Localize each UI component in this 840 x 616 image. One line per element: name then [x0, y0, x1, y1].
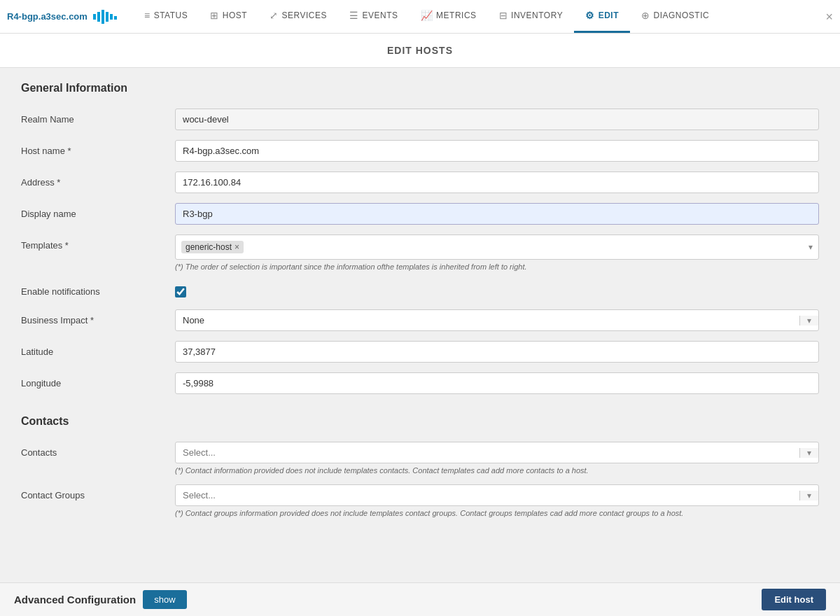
svg-rect-3 — [106, 12, 108, 22]
templates-dropdown-arrow[interactable]: ▾ — [808, 242, 813, 252]
template-tag-close[interactable]: × — [234, 242, 239, 252]
tab-services[interactable]: ⤢ SERVICES — [258, 0, 338, 33]
templates-select[interactable]: generic-host × ▾ — [175, 234, 819, 260]
contacts-input[interactable] — [176, 442, 799, 463]
business-impact-select[interactable]: None Low Medium High Critical — [176, 310, 799, 330]
page-header-text: EDIT HOSTS — [387, 45, 453, 56]
contacts-section: Contacts Contacts ▾ (*) Contact informat… — [21, 415, 819, 517]
diagnostic-icon: ⊕ — [641, 10, 650, 21]
template-tag-generic-host: generic-host × — [181, 241, 244, 253]
metrics-icon: 📈 — [421, 10, 433, 21]
host-name-input[interactable] — [175, 140, 819, 162]
cisco-logo — [93, 10, 118, 24]
address-control — [175, 172, 819, 193]
latitude-label: Latitude — [21, 341, 175, 357]
business-impact-select-wrap: None Low Medium High Critical ▾ — [175, 309, 819, 331]
business-impact-control: None Low Medium High Critical ▾ — [175, 309, 819, 331]
tab-status[interactable]: ≡ STATUS — [133, 0, 199, 33]
general-info-section: General Information Realm Name Host name… — [21, 82, 819, 394]
contact-groups-caret[interactable]: ▾ — [799, 491, 818, 500]
svg-rect-5 — [114, 16, 117, 20]
svg-rect-4 — [110, 14, 113, 20]
page-header: EDIT HOSTS — [0, 34, 840, 68]
svg-rect-1 — [97, 12, 100, 22]
contacts-row: Contacts ▾ (*) Contact information provi… — [21, 442, 819, 475]
contacts-note: (*) Contact information provided does no… — [175, 466, 819, 475]
templates-note: (*) The order of selection is important … — [175, 262, 819, 271]
close-button[interactable]: × — [825, 10, 833, 23]
status-icon: ≡ — [144, 10, 150, 21]
business-impact-label: Business Impact * — [21, 309, 175, 326]
enable-notifications-row: Enable notifications — [21, 281, 819, 300]
contact-groups-select-wrap: ▾ — [175, 484, 819, 506]
edit-icon: ⚙ — [585, 10, 595, 21]
tab-diagnostic[interactable]: ⊕ DIAGNOSTIC — [630, 0, 720, 33]
contact-groups-label: Contact Groups — [21, 484, 175, 500]
display-name-input[interactable] — [175, 203, 819, 225]
realm-name-label: Realm Name — [21, 108, 175, 125]
main-content: General Information Realm Name Host name… — [0, 68, 840, 615]
latitude-control — [175, 341, 819, 363]
templates-control: generic-host × ▾ (*) The order of select… — [175, 234, 819, 271]
contact-groups-row: Contact Groups ▾ (*) Contact groups info… — [21, 484, 819, 517]
app-title: R4-bgp.a3sec.com — [7, 11, 88, 22]
address-label: Address * — [21, 172, 175, 188]
contacts-title: Contacts — [21, 415, 819, 428]
tab-host[interactable]: ⊞ HOST — [199, 0, 258, 33]
contacts-caret[interactable]: ▾ — [799, 448, 818, 458]
contacts-control: ▾ (*) Contact information provided does … — [175, 442, 819, 475]
advanced-config-section: Advanced Configuration show — [14, 590, 187, 609]
host-name-label: Host name * — [21, 140, 175, 156]
logo-area: R4-bgp.a3sec.com — [7, 10, 133, 24]
inventory-icon: ⊟ — [499, 10, 508, 21]
show-button[interactable]: show — [143, 590, 186, 609]
longitude-input[interactable] — [175, 372, 819, 394]
realm-name-row: Realm Name — [21, 108, 819, 130]
svg-rect-0 — [93, 14, 96, 20]
display-name-control — [175, 203, 819, 225]
svg-rect-2 — [102, 10, 104, 24]
nav-tabs: ≡ STATUS ⊞ HOST ⤢ SERVICES ☰ EVENTS 📈 ME… — [133, 0, 833, 33]
longitude-control — [175, 372, 819, 394]
cisco-icon — [93, 10, 118, 24]
enable-notifications-checkbox[interactable] — [175, 286, 186, 298]
host-name-row: Host name * — [21, 140, 819, 162]
edit-host-button[interactable]: Edit host — [762, 589, 826, 610]
longitude-row: Longitude — [21, 372, 819, 394]
tab-inventory[interactable]: ⊟ INVENTORY — [488, 0, 575, 33]
display-name-label: Display name — [21, 203, 175, 219]
contact-groups-note: (*) Contact groups information provided … — [175, 509, 819, 517]
tab-edit[interactable]: ⚙ EDIT — [574, 0, 630, 33]
realm-name-control — [175, 108, 819, 130]
tab-events[interactable]: ☰ EVENTS — [338, 0, 410, 33]
top-bar: R4-bgp.a3sec.com ≡ STATUS ⊞ HOST ⤢ SERVI… — [0, 0, 840, 34]
address-row: Address * — [21, 172, 819, 193]
host-name-control — [175, 140, 819, 162]
latitude-row: Latitude — [21, 341, 819, 363]
enable-notifications-label: Enable notifications — [21, 281, 175, 297]
business-impact-row: Business Impact * None Low Medium High C… — [21, 309, 819, 331]
contact-groups-control: ▾ (*) Contact groups information provide… — [175, 484, 819, 517]
enable-notifications-control — [175, 281, 819, 300]
templates-label: Templates * — [21, 234, 175, 251]
events-icon: ☰ — [349, 10, 359, 21]
latitude-input[interactable] — [175, 341, 819, 363]
address-input[interactable] — [175, 172, 819, 193]
templates-row: Templates * generic-host × ▾ (*) The ord… — [21, 234, 819, 271]
contacts-label: Contacts — [21, 442, 175, 458]
contacts-select-wrap: ▾ — [175, 442, 819, 463]
display-name-row: Display name — [21, 203, 819, 225]
tab-metrics[interactable]: 📈 METRICS — [410, 0, 488, 33]
general-info-title: General Information — [21, 82, 819, 94]
realm-name-input[interactable] — [175, 108, 819, 130]
advanced-config-title: Advanced Configuration — [14, 594, 136, 606]
business-impact-caret[interactable]: ▾ — [799, 316, 818, 326]
host-icon: ⊞ — [210, 10, 219, 21]
longitude-label: Longitude — [21, 372, 175, 388]
services-icon: ⤢ — [270, 10, 279, 21]
contact-groups-input[interactable] — [176, 485, 799, 505]
bottom-bar: Advanced Configuration show Edit host — [0, 582, 840, 616]
